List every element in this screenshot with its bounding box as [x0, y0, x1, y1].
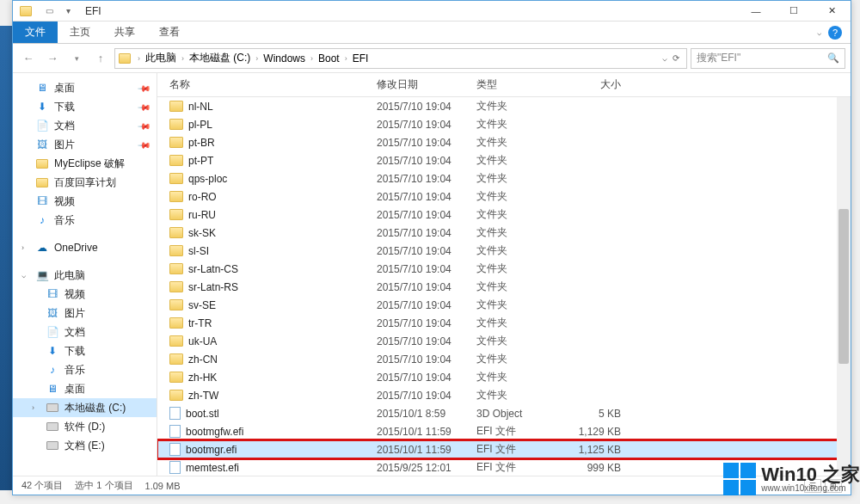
ribbon-tab-file[interactable]: 文件 — [13, 22, 58, 43]
folder-icon — [169, 335, 183, 347]
file-date: 2015/9/25 12:01 — [377, 462, 476, 474]
crumb-c[interactable]: 本地磁盘 (C:) — [187, 51, 252, 65]
sidebar-thispc[interactable]: ⌵💻此电脑 — [13, 266, 157, 285]
video-icon: 🎞 — [35, 195, 49, 207]
qat-props-icon[interactable]: ▭ — [40, 3, 58, 20]
file-date: 2015/7/10 19:04 — [377, 299, 476, 311]
file-name: qps-ploc — [188, 173, 227, 185]
file-row[interactable]: bootmgr.efi 2015/10/1 11:59 EFI 文件 1,125… — [157, 440, 851, 458]
file-name: nl-NL — [188, 101, 213, 113]
nav-forward-button[interactable]: → — [42, 48, 63, 69]
file-date: 2015/7/10 19:04 — [377, 155, 476, 167]
file-row[interactable]: pl-PL 2015/7/10 19:04 文件夹 — [157, 115, 851, 133]
file-name: zh-CN — [188, 353, 218, 366]
file-row[interactable]: sl-SI 2015/7/10 19:04 文件夹 — [157, 242, 851, 260]
file-row[interactable]: pt-PT 2015/7/10 19:04 文件夹 — [157, 151, 851, 169]
minimize-button[interactable]: — — [737, 1, 775, 22]
maximize-button[interactable]: ☐ — [775, 1, 813, 22]
sidebar-quick-item[interactable]: ⬇下载📌 — [13, 97, 157, 116]
file-date: 2015/7/10 19:04 — [377, 209, 476, 221]
thispc-icon: 💻 — [35, 269, 49, 281]
file-date: 2015/7/10 19:04 — [377, 137, 476, 149]
sidebar-quick-item[interactable]: MyEclipse 破解 — [13, 154, 157, 173]
crumb-efi[interactable]: EFI — [351, 52, 371, 65]
file-date: 2015/10/1 11:59 — [377, 444, 476, 456]
sidebar-pc-item[interactable]: 📄文档 — [13, 323, 157, 341]
view-details-button[interactable]: ☰ — [804, 479, 821, 493]
file-type: 文件夹 — [476, 207, 569, 222]
col-date[interactable]: 修改日期 — [377, 77, 476, 92]
sidebar-pc-item[interactable]: 🖥桌面 — [13, 379, 157, 398]
address-dropdown-icon[interactable]: ⌵ — [662, 53, 667, 63]
file-row[interactable]: zh-HK 2015/7/10 19:04 文件夹 — [157, 368, 851, 386]
sidebar-pc-item[interactable]: 🎞视频 — [13, 285, 157, 304]
ribbon-tab-home[interactable]: 主页 — [58, 22, 102, 43]
file-row[interactable]: ru-RU 2015/7/10 19:04 文件夹 — [157, 206, 851, 224]
file-row[interactable]: nl-NL 2015/7/10 19:04 文件夹 — [157, 97, 851, 115]
sidebar-pc-item[interactable]: ⬇下载 — [13, 341, 157, 360]
nav-back-button[interactable]: ← — [18, 48, 39, 69]
search-input[interactable]: 搜索"EFI" 🔍 — [691, 48, 845, 69]
view-large-button[interactable]: ⊞ — [825, 479, 842, 493]
crumb-boot[interactable]: Boot — [316, 52, 341, 65]
vertical-scrollbar[interactable] — [837, 97, 851, 476]
sidebar-quick-item[interactable]: 🖥桌面📌 — [13, 78, 157, 97]
folder-icon — [169, 173, 183, 184]
file-row[interactable]: zh-CN 2015/7/10 19:04 文件夹 — [157, 350, 851, 368]
file-type: EFI 文件 — [476, 424, 569, 439]
sidebar-pc-item[interactable]: 文档 (E:) — [13, 436, 157, 455]
file-row[interactable]: tr-TR 2015/7/10 19:04 文件夹 — [157, 314, 851, 332]
music-icon: ♪ — [46, 364, 59, 376]
file-row[interactable]: uk-UA 2015/7/10 19:04 文件夹 — [157, 332, 851, 350]
file-row[interactable]: memtest.efi 2015/9/25 12:01 EFI 文件 999 K… — [157, 458, 851, 476]
crumb-windows[interactable]: Windows — [261, 52, 307, 65]
scroll-thumb[interactable] — [838, 209, 849, 364]
sidebar-quick-item[interactable]: 📄文档📌 — [13, 116, 157, 135]
file-row[interactable]: sr-Latn-RS 2015/7/10 19:04 文件夹 — [157, 278, 851, 296]
address-bar[interactable]: › 此电脑› 本地磁盘 (C:)› Windows› Boot› EFI ⌵ ⟳ — [114, 48, 687, 69]
status-count: 42 个项目 — [22, 479, 63, 492]
folder-icon — [169, 390, 183, 401]
sidebar-quick-item[interactable]: 百度回享计划 — [13, 173, 157, 192]
folder-icon — [169, 263, 183, 274]
file-name: pt-PT — [188, 155, 213, 167]
nav-recent-button[interactable]: ▾ — [66, 48, 87, 69]
col-name[interactable]: 名称 — [157, 77, 377, 92]
nav-up-button[interactable]: ↑ — [90, 48, 111, 69]
crumb-pc[interactable]: 此电脑 — [144, 51, 178, 65]
file-row[interactable]: sv-SE 2015/7/10 19:04 文件夹 — [157, 296, 851, 314]
ribbon-tab-view[interactable]: 查看 — [147, 22, 192, 43]
file-row[interactable]: pt-BR 2015/7/10 19:04 文件夹 — [157, 133, 851, 151]
onedrive-icon: ☁ — [35, 242, 49, 254]
file-row[interactable]: sr-Latn-CS 2015/7/10 19:04 文件夹 — [157, 260, 851, 278]
refresh-icon[interactable]: ⟳ — [673, 53, 679, 63]
ribbon-expand-icon[interactable]: ⌵ — [817, 28, 821, 37]
close-button[interactable]: ✕ — [813, 1, 851, 22]
help-icon[interactable]: ? — [828, 26, 842, 40]
file-row[interactable]: ro-RO 2015/7/10 19:04 文件夹 — [157, 187, 851, 206]
folder-icon — [169, 281, 183, 292]
sidebar-pc-item[interactable]: ›本地磁盘 (C:) — [13, 398, 157, 417]
file-row[interactable]: zh-TW 2015/7/10 19:04 文件夹 — [157, 386, 851, 404]
sidebar-quick-item[interactable]: 🎞视频 — [13, 192, 157, 211]
sidebar-pc-item[interactable]: ♪音乐 — [13, 360, 157, 379]
col-type[interactable]: 类型 — [476, 77, 569, 92]
file-row[interactable]: qps-ploc 2015/7/10 19:04 文件夹 — [157, 169, 851, 187]
status-selected: 选中 1 个项目 — [75, 479, 132, 492]
file-date: 2015/7/10 19:04 — [377, 191, 476, 203]
music-icon: ♪ — [35, 214, 49, 226]
file-row[interactable]: boot.stl 2015/10/1 8:59 3D Object 5 KB — [157, 404, 851, 422]
column-headers: 名称 修改日期 类型 大小 — [157, 73, 851, 97]
sidebar-pc-item[interactable]: 🖼图片 — [13, 304, 157, 323]
file-row[interactable]: bootmgfw.efi 2015/10/1 11:59 EFI 文件 1,12… — [157, 422, 851, 440]
ribbon-tab-share[interactable]: 共享 — [102, 22, 147, 43]
sidebar-pc-item[interactable]: 软件 (D:) — [13, 417, 157, 436]
file-name: pl-PL — [188, 119, 212, 131]
col-size[interactable]: 大小 — [569, 77, 630, 92]
sidebar-quick-item[interactable]: 🖼图片📌 — [13, 135, 157, 154]
sidebar-quick-item[interactable]: ♪音乐 — [13, 211, 157, 230]
sidebar-onedrive[interactable]: ›☁OneDrive — [13, 238, 157, 257]
file-row[interactable]: sk-SK 2015/7/10 19:04 文件夹 — [157, 224, 851, 242]
qat-newfolder-icon[interactable]: ▾ — [59, 3, 77, 20]
folder-icon — [169, 299, 183, 310]
